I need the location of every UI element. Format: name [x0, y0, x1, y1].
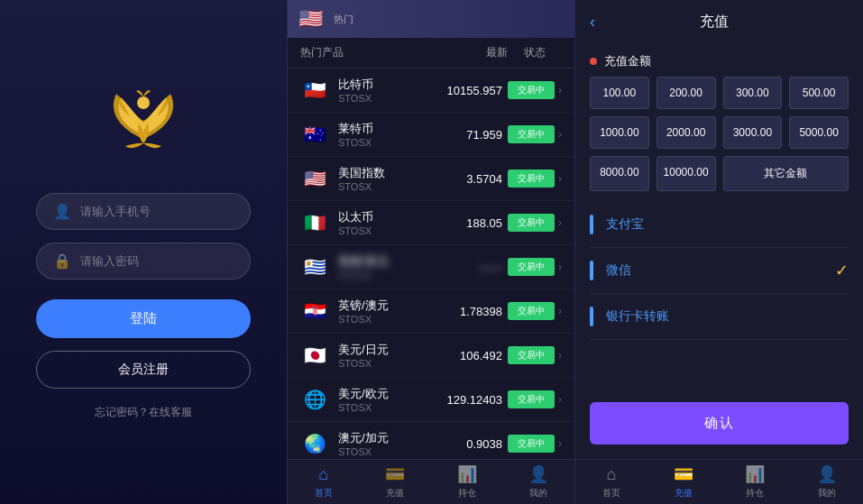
- market-item-price: 0.9038: [430, 437, 502, 451]
- market-item-price: 71.959: [430, 128, 502, 142]
- market-flag-icon: 🌐: [300, 385, 329, 414]
- market-panel: 🇺🇸 热门 热门产品 最新 状态 🇨🇱 比特币 STOSX 10155.957 …: [287, 0, 575, 504]
- market-name-group: 美元/日元 STOSX: [338, 342, 430, 369]
- amount-button[interactable]: 200.00: [656, 77, 716, 109]
- nav-icon: 📊: [745, 464, 765, 484]
- recharge-section-label: 充值金额: [575, 44, 863, 77]
- flags-label: 热门: [334, 13, 353, 26]
- chevron-right-icon: ›: [558, 305, 562, 317]
- payment-method-name: 银行卡转账: [606, 308, 849, 325]
- confirm-area: 确认: [575, 388, 863, 459]
- market-status-badge: 交易中: [508, 258, 555, 276]
- market-item-price: 10155.957: [430, 84, 502, 97]
- recharge-nav-item-我的[interactable]: 👤 我的: [791, 460, 863, 504]
- market-list-item[interactable]: 🇺🇸 美国指数 STOSX 3.5704 交易中 ›: [288, 157, 574, 201]
- market-flag-icon: 🇭🇷: [300, 297, 329, 325]
- market-flag-icon: 🇦🇺: [300, 120, 329, 149]
- market-list-item[interactable]: 🇨🇱 比特币 STOSX 10155.957 交易中 ›: [288, 69, 574, 113]
- market-item-sub: STOSX: [338, 402, 430, 413]
- market-bottom-nav: ⌂ 首页 💳 充值 📊 持仓 👤 我的: [288, 459, 574, 504]
- nav-icon: 💳: [674, 464, 693, 484]
- nav-label: 首页: [315, 487, 333, 499]
- recharge-nav-item-持仓[interactable]: 📊 持仓: [720, 460, 792, 504]
- chevron-right-icon: ›: [558, 216, 562, 229]
- market-item-sub: STOSX: [338, 446, 430, 457]
- nav-icon: ⌂: [606, 465, 616, 484]
- nav-label: 持仓: [458, 487, 476, 499]
- nav-icon: 💳: [385, 464, 405, 484]
- amount-button[interactable]: 500.00: [789, 77, 849, 109]
- nav-label: 我的: [818, 487, 836, 499]
- amount-button[interactable]: 5000.00: [789, 116, 849, 149]
- market-item-sub: STOSX: [338, 270, 430, 280]
- market-item-name: 英镑/美元: [338, 253, 430, 270]
- amount-button[interactable]: 10000.00: [656, 156, 716, 191]
- market-item-sub: STOSX: [338, 181, 430, 192]
- amount-button[interactable]: 300.00: [723, 77, 783, 109]
- market-name-group: 英镑/澳元 STOSX: [338, 298, 430, 325]
- amount-button[interactable]: 其它金额: [723, 156, 849, 191]
- amount-button[interactable]: 100.00: [590, 77, 649, 109]
- confirm-button[interactable]: 确认: [590, 402, 849, 444]
- market-list-item[interactable]: 🇭🇷 英镑/澳元 STOSX 1.78398 交易中 ›: [288, 289, 574, 334]
- svg-point-0: [137, 96, 150, 109]
- recharge-nav-item-首页[interactable]: ⌂ 首页: [575, 460, 647, 504]
- nav-label: 充值: [386, 487, 404, 499]
- password-input[interactable]: [80, 254, 234, 268]
- market-name-group: 美国指数 STOSX: [338, 165, 430, 192]
- amount-button[interactable]: 1000.00: [590, 116, 649, 149]
- payment-method-item[interactable]: 微信 ✓: [590, 248, 849, 294]
- amount-grid: 100.00200.00300.00500.001000.002000.0030…: [575, 77, 863, 202]
- market-list-item[interactable]: 🌏 澳元/加元 STOSX 0.9038 交易中 ›: [288, 422, 574, 459]
- chevron-right-icon: ›: [558, 172, 562, 185]
- market-item-price: 3.5704: [430, 172, 502, 186]
- market-flag-icon: 🇺🇾: [300, 252, 329, 281]
- market-list-item[interactable]: 🌐 美元/欧元 STOSX 129.12403 交易中 ›: [288, 378, 574, 422]
- password-input-group[interactable]: 🔒: [36, 243, 251, 279]
- market-name-group: 莱特币 STOSX: [338, 121, 430, 148]
- market-item-name: 美国指数: [338, 165, 430, 181]
- market-flag-icon: 🇨🇱: [300, 76, 329, 105]
- market-list-item[interactable]: 🇦🇺 莱特币 STOSX 71.959 交易中 ›: [288, 113, 574, 157]
- market-name-group: 美元/欧元 STOSX: [338, 386, 430, 413]
- market-status-badge: 交易中: [508, 302, 555, 320]
- market-status-badge: 交易中: [508, 81, 555, 99]
- market-nav-item-充值[interactable]: 💳 充值: [360, 460, 432, 504]
- market-nav-item-首页[interactable]: ⌂ 首页: [288, 460, 360, 504]
- amount-button[interactable]: 3000.00: [723, 116, 783, 149]
- payment-method-name: 支付宝: [606, 216, 849, 233]
- chevron-right-icon: ›: [558, 261, 562, 273]
- market-status-badge: 交易中: [508, 214, 555, 232]
- login-button[interactable]: 登陆: [36, 299, 251, 338]
- recharge-title: 充值: [595, 13, 832, 32]
- market-item-price: ------: [430, 261, 502, 274]
- market-item-sub: STOSX: [338, 225, 430, 236]
- market-name-group: 英镑/美元 STOSX: [338, 253, 430, 280]
- market-list-item[interactable]: 🇯🇵 美元/日元 STOSX 106.492 交易中 ›: [288, 334, 574, 378]
- amount-button[interactable]: 8000.00: [590, 156, 649, 191]
- user-icon: 👤: [53, 203, 71, 220]
- phone-input-group[interactable]: 👤: [36, 193, 251, 230]
- payment-method-item[interactable]: 支付宝: [590, 202, 849, 248]
- nav-label: 我的: [529, 487, 547, 499]
- market-list-item[interactable]: 🇮🇹 以太币 STOSX 188.05 交易中 ›: [288, 201, 574, 245]
- market-item-price: 188.05: [430, 216, 502, 230]
- market-list-item[interactable]: 🇺🇾 英镑/美元 STOSX ------ 交易中 ›: [288, 245, 574, 289]
- recharge-nav-item-充值[interactable]: 💳 充值: [647, 460, 720, 504]
- market-item-name: 澳元/加元: [338, 430, 430, 446]
- register-button[interactable]: 会员注册: [36, 351, 251, 389]
- phone-input[interactable]: [80, 205, 234, 218]
- market-nav-item-持仓[interactable]: 📊 持仓: [431, 460, 503, 504]
- forgot-password-text: 忘记密码？在线客服: [95, 405, 192, 420]
- amount-button[interactable]: 2000.00: [656, 116, 716, 149]
- market-status-badge: 交易中: [508, 390, 555, 408]
- market-item-name: 美元/欧元: [338, 386, 430, 402]
- payment-method-item[interactable]: 银行卡转账: [590, 294, 849, 340]
- market-item-name: 莱特币: [338, 121, 430, 137]
- chevron-right-icon: ›: [558, 349, 562, 362]
- market-nav-item-我的[interactable]: 👤 我的: [503, 460, 575, 504]
- market-item-sub: STOSX: [338, 93, 430, 104]
- chevron-right-icon: ›: [558, 128, 562, 141]
- market-item-sub: STOSX: [338, 314, 430, 325]
- nav-label: 持仓: [746, 487, 764, 499]
